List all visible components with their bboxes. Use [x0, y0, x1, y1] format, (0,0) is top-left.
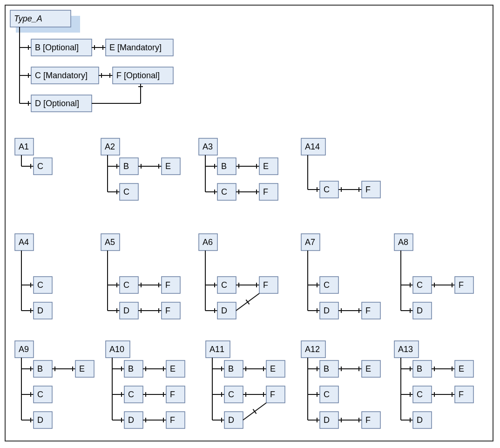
inst-A13-F — [455, 386, 473, 403]
inst-A13-D-label: D — [417, 415, 423, 425]
diagram-frame: Type_AB [Optional]E [Mandatory]C [Mandat… — [5, 5, 493, 441]
inst-A6-C-label: C — [221, 280, 227, 290]
schema-C-label: C [Mandatory] — [35, 71, 88, 80]
inst-A7-C-label: C — [324, 280, 330, 290]
inst-A13-F-label: F — [459, 390, 464, 399]
inst-A3-F-label: F — [263, 187, 268, 197]
inst-A6-F — [259, 277, 278, 293]
instance-A2-label: A2 — [105, 142, 115, 151]
instance-A11-label: A11 — [209, 345, 224, 354]
inst-A10-F — [166, 412, 185, 428]
instance-A6-label: A6 — [203, 238, 213, 247]
inst-A12-F-label: F — [365, 415, 371, 425]
inst-A13-E-label: E — [459, 364, 464, 373]
inst-A5-C-label: C — [123, 280, 129, 290]
inst-A6-F-label: F — [263, 280, 268, 290]
inst-A7-F-label: F — [365, 306, 371, 315]
schema-F-label: F [Optional] — [116, 71, 160, 80]
inst-A5-D-label: D — [123, 306, 129, 315]
inst-A10-F — [166, 386, 185, 403]
inst-A12-F — [362, 412, 380, 428]
inst-A14-F — [362, 181, 380, 198]
inst-A2-E-label: E — [165, 162, 171, 171]
schema-E-label: E [Mandatory] — [109, 43, 162, 52]
inst-A11-F — [266, 386, 285, 403]
inst-A3-E-label: E — [263, 162, 269, 171]
inst-A11-B-label: B — [228, 364, 234, 373]
inst-A8-F — [455, 277, 473, 293]
inst-A14-F-label: F — [365, 185, 371, 194]
inst-A10-F-label: F — [170, 390, 175, 399]
inst-A7-F — [362, 302, 380, 319]
inst-A3-F — [259, 183, 278, 200]
inst-A11-F-label: F — [270, 390, 275, 399]
inst-A13-B-label: B — [417, 364, 422, 373]
inst-A3-C-label: C — [221, 187, 227, 197]
inst-A6-D-label: D — [221, 306, 227, 315]
inst-A10-E-label: E — [170, 364, 176, 373]
inst-A10-B-label: B — [128, 364, 134, 373]
instance-A12-label: A12 — [305, 345, 320, 354]
instance-A8-label: A8 — [398, 238, 408, 247]
inst-A4-C-label: C — [37, 280, 43, 290]
instance-A13-label: A13 — [398, 345, 413, 354]
inst-A9-B-label: B — [37, 364, 43, 373]
inst-A4-D-label: D — [37, 306, 43, 315]
diagram-svg: Type_AB [Optional]E [Mandatory]C [Mandat… — [6, 6, 494, 442]
inst-A12-E-label: E — [365, 364, 371, 373]
inst-A2-B-label: B — [123, 162, 129, 171]
schema-D-label: D [Optional] — [35, 99, 79, 108]
inst-A10-C-label: C — [128, 390, 134, 399]
instance-A3-label: A3 — [203, 142, 213, 151]
inst-A11-E-label: E — [270, 364, 276, 373]
schema-B-label: B [Optional] — [35, 43, 79, 52]
inst-A11-D-label: D — [228, 415, 234, 425]
instance-A10-label: A10 — [109, 345, 124, 354]
instance-A4-label: A4 — [19, 238, 29, 247]
inst-A8-C-label: C — [417, 280, 423, 290]
svg-line-69 — [246, 300, 249, 305]
inst-A3-B-label: B — [221, 162, 227, 171]
inst-A2-C-label: C — [123, 187, 129, 197]
inst-A9-E-label: E — [79, 364, 85, 373]
inst-A14-C-label: C — [324, 185, 330, 194]
inst-A5-F — [162, 302, 180, 319]
inst-A8-D-label: D — [417, 306, 423, 315]
inst-A13-C-label: C — [417, 390, 423, 399]
instance-A9-label: A9 — [19, 345, 29, 354]
instance-A5-label: A5 — [105, 238, 115, 247]
inst-A10-F-label: F — [170, 415, 175, 425]
inst-A9-D-label: D — [37, 415, 43, 425]
svg-line-126 — [253, 409, 256, 414]
inst-A5-F-label: F — [165, 306, 170, 315]
inst-A10-D-label: D — [128, 415, 134, 425]
inst-A12-D-label: D — [324, 415, 330, 425]
instance-A14-label: A14 — [305, 142, 320, 151]
inst-A12-C-label: C — [324, 390, 330, 399]
inst-A12-B-label: B — [324, 364, 329, 373]
inst-A5-F — [162, 277, 180, 293]
inst-A1-C-label: C — [37, 162, 43, 171]
inst-A9-C-label: C — [37, 390, 43, 399]
type-root-label: Type_A — [14, 14, 42, 23]
instance-A1-label: A1 — [19, 142, 29, 151]
instance-A7-label: A7 — [305, 238, 315, 247]
inst-A5-F-label: F — [165, 280, 170, 290]
inst-A8-F-label: F — [459, 280, 464, 290]
inst-A7-D-label: D — [324, 306, 330, 315]
inst-A11-C-label: C — [228, 390, 234, 399]
